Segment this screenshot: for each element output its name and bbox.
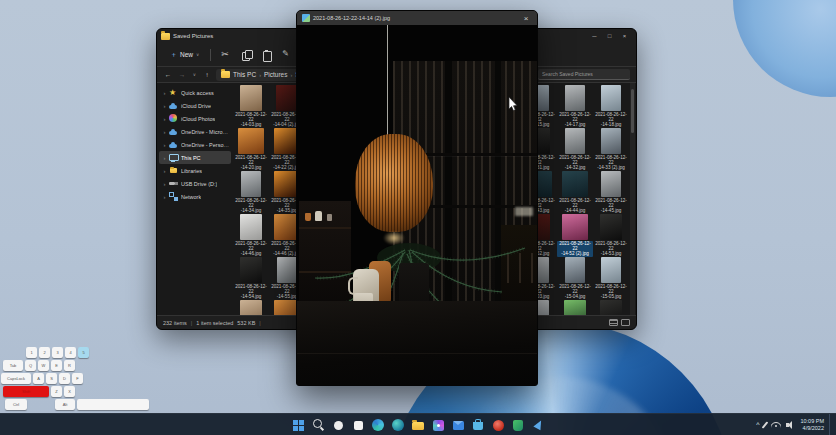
minimize-button[interactable]: ─: [587, 29, 602, 43]
search-input[interactable]: [538, 69, 630, 80]
file-item[interactable]: 2021-08-26-12-22-14-54.jpg: [233, 257, 269, 300]
sidebar-item-onedrive-microsoft[interactable]: ›OneDrive - Microsoft: [159, 125, 231, 138]
folder-icon: [221, 71, 230, 78]
file-thumbnail: [565, 128, 585, 154]
file-item[interactable]: 2021-08-26-12-22-14-17.jpg: [557, 85, 593, 128]
chevron-right-icon: ›: [161, 181, 168, 187]
file-name: 2021-08-26-12-22-14-45.jpg: [593, 198, 628, 214]
status-divider: |: [191, 320, 192, 326]
maximize-button[interactable]: □: [602, 29, 617, 43]
back-button[interactable]: ←: [163, 71, 173, 78]
sidebar-item-onedrive-personal[interactable]: ›OneDrive - Personal: [159, 138, 231, 151]
volume-icon[interactable]: [786, 421, 795, 429]
file-item[interactable]: 2021-08-26-12-22-14-03.jpg: [233, 85, 269, 128]
file-item[interactable]: 2021-08-26-12-22-14-46.jpg: [233, 214, 269, 257]
wifi-icon[interactable]: [771, 421, 781, 428]
mail-taskbar-icon[interactable]: [450, 417, 467, 434]
cut-icon[interactable]: [221, 48, 233, 61]
photos-taskbar-icon[interactable]: [430, 417, 447, 434]
key-d: D: [59, 373, 70, 384]
file-item[interactable]: 2021-08-26-12-22-14-33 (2).jpg: [593, 128, 628, 171]
tray-chevron-icon[interactable]: ^: [756, 421, 759, 428]
close-button[interactable]: ×: [617, 29, 632, 43]
file-item[interactable]: 2021-08-26-12-22-14-44.jpg: [557, 171, 593, 214]
media-taskbar-icon[interactable]: [490, 417, 507, 434]
new-button[interactable]: ＋ New ∨: [165, 47, 204, 63]
thumbnail-view-button[interactable]: [621, 319, 630, 326]
file-item[interactable]: 2021-08-26-12-22-15-05.jpg: [593, 257, 628, 300]
up-button[interactable]: ↑: [202, 71, 212, 78]
file-item[interactable]: 2021-08-26-12-22-14-52 (2).jpg: [557, 214, 593, 257]
file-name: 2021-08-26-12-22-15-04.jpg: [557, 284, 593, 300]
file-name: 2021-08-26-12-22-14-53.jpg: [593, 241, 628, 257]
file-thumbnail: [600, 214, 622, 240]
security-taskbar-icon[interactable]: [510, 417, 527, 434]
file-item[interactable]: 2021-08-26-12-22-14-53.jpg: [593, 214, 628, 257]
usb-icon: [169, 179, 178, 188]
file-thumbnail: [276, 85, 298, 111]
vertical-scrollbar[interactable]: [630, 83, 635, 315]
file-item[interactable]: 2021-08-26-12-22-15-16.jpg: [593, 300, 628, 315]
file-thumbnail: [240, 300, 262, 315]
store-taskbar-icon[interactable]: [470, 417, 487, 434]
close-icon[interactable]: ×: [520, 14, 532, 23]
sidebar-item-icloud-drive[interactable]: ›iCloud Drive: [159, 99, 231, 112]
file-thumbnail: [565, 85, 585, 111]
sidebar-item-libraries[interactable]: ›Libraries: [159, 164, 231, 177]
sidebar-item-network[interactable]: ›Network: [159, 190, 231, 203]
cursor-taskbar-icon[interactable]: [530, 417, 547, 434]
sidebar-item-label: OneDrive - Microsoft: [181, 129, 229, 135]
sidebar-item-label: iCloud Photos: [181, 116, 215, 122]
sidebar-item-quick-access[interactable]: ›Quick access: [159, 86, 231, 99]
network-icon: [169, 192, 178, 201]
sidebar-item-this-pc[interactable]: ›This PC: [159, 151, 231, 164]
file-thumbnail: [601, 85, 621, 111]
sidebar-item-usb-drive-d-[interactable]: ›USB Drive (D:): [159, 177, 231, 190]
copy-icon[interactable]: [241, 48, 253, 61]
key-ctrl: Ctrl: [5, 399, 27, 410]
file-item[interactable]: 2021-08-26-12-22-14-18.jpg: [593, 85, 628, 128]
file-item[interactable]: 2021-08-26-12-22-14-20.jpg: [233, 128, 269, 171]
pen-icon[interactable]: [762, 421, 769, 428]
recent-locations-button[interactable]: ∨: [191, 72, 198, 77]
breadcrumb-item[interactable]: Pictures: [264, 71, 287, 78]
key-5: 5: [78, 347, 89, 358]
key-f: F: [72, 373, 83, 384]
file-thumbnail: [601, 257, 621, 283]
rename-icon[interactable]: [281, 48, 293, 61]
tray-date: 4/9/2022: [800, 425, 824, 432]
key-alt: Alt: [55, 399, 75, 410]
start-button[interactable]: [290, 417, 307, 434]
file-item[interactable]: 2021-08-26-12-22-15-06.jpg: [233, 300, 269, 315]
scrollbar-thumb[interactable]: [631, 89, 634, 133]
file-item[interactable]: 2021-08-26-12-22-14-34.jpg: [233, 171, 269, 214]
edge-taskbar-icon[interactable]: [370, 417, 387, 434]
widgets-taskbar-icon[interactable]: [350, 417, 367, 434]
file-item[interactable]: 2021-08-26-12-22-15-15.jpg: [557, 300, 593, 315]
key-capslock: CapsLock: [1, 373, 31, 384]
show-desktop-button[interactable]: [829, 414, 832, 435]
teams-taskbar-icon[interactable]: [390, 417, 407, 434]
paste-icon[interactable]: [261, 48, 273, 61]
clock[interactable]: 10:09 PM 4/9/2022: [800, 418, 824, 431]
details-view-button[interactable]: [609, 319, 618, 326]
file-name: 2021-08-26-12-22-14-54.jpg: [233, 284, 269, 300]
picture-icon: [302, 14, 310, 22]
sidebar-item-label: Network: [181, 194, 201, 200]
explorer-taskbar-icon[interactable]: [410, 417, 427, 434]
sidebar-item-icloud-photos[interactable]: ›iCloud Photos: [159, 112, 231, 125]
key-s: S: [46, 373, 57, 384]
file-name: 2021-08-26-12-22-14-46.jpg: [233, 241, 269, 257]
folder-icon: [161, 33, 170, 40]
search-taskbar-icon[interactable]: [310, 417, 327, 434]
file-item[interactable]: 2021-08-26-12-22-14-45.jpg: [593, 171, 628, 214]
forward-button[interactable]: →: [177, 71, 187, 78]
lamp-cord: [387, 25, 388, 137]
file-name: 2021-08-26-12-22-14-33 (2).jpg: [593, 155, 628, 171]
taskview-taskbar-icon[interactable]: [330, 417, 347, 434]
file-name: 2021-08-26-12-22-14-20.jpg: [233, 155, 269, 171]
file-item[interactable]: 2021-08-26-12-22-15-04.jpg: [557, 257, 593, 300]
file-item[interactable]: 2021-08-26-12-22-14-32.jpg: [557, 128, 593, 171]
explorer-sidebar: ›Quick access›iCloud Drive›iCloud Photos…: [157, 83, 233, 315]
breadcrumb-item[interactable]: This PC: [233, 71, 256, 78]
